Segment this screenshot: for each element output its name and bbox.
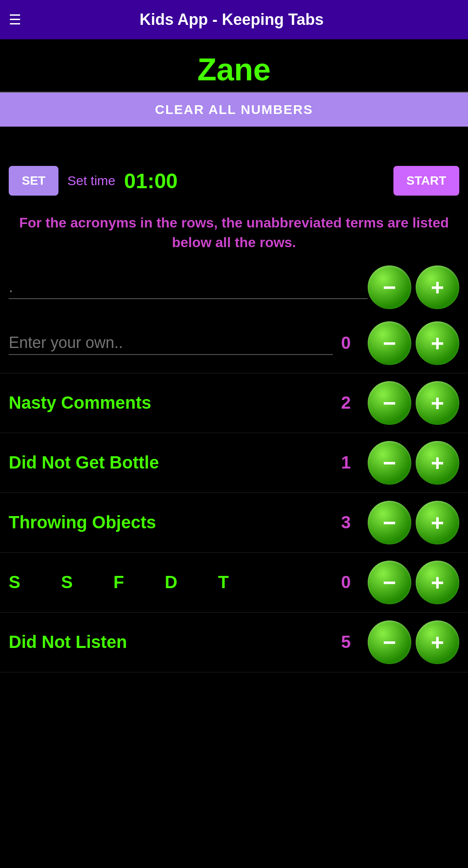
ssfd-label: S S F D T: [9, 572, 333, 592]
spacer-1: [0, 127, 468, 153]
behavior-rows-container: − + 0 − + Nasty Comments 2 − + Did Not G…: [0, 257, 468, 677]
throwing-objects-label: Throwing Objects: [9, 513, 333, 532]
clear-all-button[interactable]: CLEAR ALL NUMBERS: [0, 93, 468, 127]
table-row: Did Not Listen 5 − +: [0, 613, 468, 672]
did-not-get-bottle-increment-button[interactable]: +: [416, 441, 459, 485]
did-not-get-bottle-decrement-button[interactable]: −: [368, 441, 411, 485]
throwing-objects-decrement-button[interactable]: −: [368, 501, 411, 544]
clear-all-wrapper: CLEAR ALL NUMBERS: [0, 93, 468, 127]
partial-decrement-button[interactable]: −: [368, 265, 411, 309]
did-not-listen-btn-group: − +: [368, 620, 459, 664]
partial-row: − +: [0, 261, 468, 313]
table-row: S S F D T 0 − +: [0, 553, 468, 613]
menu-icon[interactable]: ☰: [9, 13, 21, 27]
ssfd-btn-group: − +: [368, 561, 459, 604]
app-title: Kids App - Keeping Tabs: [21, 10, 442, 29]
enter-own-input[interactable]: [9, 331, 333, 355]
start-timer-button[interactable]: START: [393, 166, 459, 196]
timer-display: 01:00: [124, 169, 393, 193]
did-not-listen-decrement-button[interactable]: −: [368, 620, 411, 664]
nasty-comments-decrement-button[interactable]: −: [368, 381, 411, 425]
table-row: Throwing Objects 3 − +: [0, 493, 468, 553]
did-not-get-bottle-label: Did Not Get Bottle: [9, 453, 333, 472]
table-row: 0 − +: [0, 313, 468, 373]
ssfd-increment-button[interactable]: +: [416, 561, 459, 604]
throwing-objects-count: 3: [333, 513, 359, 532]
timer-section: SET Set time 01:00 START: [0, 153, 468, 204]
did-not-listen-label: Did Not Listen: [9, 632, 333, 652]
table-row: Nasty Comments 2 − +: [0, 373, 468, 433]
info-text: For the acronyms in the rows, the unabbr…: [0, 204, 468, 257]
enter-own-count: 0: [333, 333, 359, 353]
enter-own-decrement-button[interactable]: −: [368, 321, 411, 365]
partial-increment-button[interactable]: +: [416, 265, 459, 309]
throwing-objects-increment-button[interactable]: +: [416, 501, 459, 544]
partial-input[interactable]: [9, 276, 368, 299]
set-timer-button[interactable]: SET: [9, 166, 58, 196]
app-header: ☰ Kids App - Keeping Tabs: [0, 0, 468, 39]
did-not-get-bottle-count: 1: [333, 453, 359, 472]
partial-btn-group: − +: [368, 265, 459, 309]
nasty-comments-count: 2: [333, 393, 359, 413]
did-not-listen-increment-button[interactable]: +: [416, 620, 459, 664]
table-row: Did Not Get Bottle 1 − +: [0, 433, 468, 493]
throwing-objects-btn-group: − +: [368, 501, 459, 544]
name-section: Zane: [0, 39, 468, 93]
nasty-comments-label: Nasty Comments: [9, 393, 333, 413]
did-not-get-bottle-btn-group: − +: [368, 441, 459, 485]
enter-own-increment-button[interactable]: +: [416, 321, 459, 365]
did-not-listen-count: 5: [333, 632, 359, 652]
bottom-spacer: [0, 677, 468, 720]
nasty-comments-increment-button[interactable]: +: [416, 381, 459, 425]
set-time-label: Set time: [58, 173, 124, 188]
profile-name: Zane: [9, 52, 459, 87]
enter-own-btn-group: − +: [368, 321, 459, 365]
ssfd-count: 0: [333, 572, 359, 592]
nasty-comments-btn-group: − +: [368, 381, 459, 425]
ssfd-decrement-button[interactable]: −: [368, 561, 411, 604]
